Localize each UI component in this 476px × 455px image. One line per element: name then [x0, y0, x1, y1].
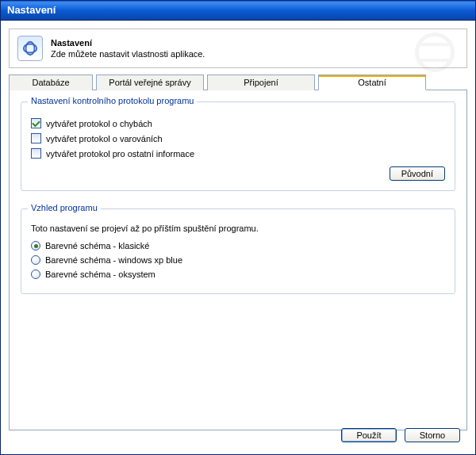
radio-oksystem[interactable]: Barevné schéma - oksystem — [31, 270, 445, 279]
window-content: Nastavení Zde můžete nastavit vlastnosti… — [0, 21, 476, 455]
group-look-legend: Vzhled programu — [28, 203, 101, 212]
tab-other[interactable]: Ostatní — [318, 75, 426, 90]
header-panel: Nastavení Zde můžete nastavit vlastnosti… — [9, 29, 467, 68]
tab-strip: Databáze Portál veřejné správy Připojení… — [9, 75, 467, 90]
tab-connection[interactable]: Připojení — [207, 75, 315, 90]
cancel-button[interactable]: Storno — [405, 428, 460, 442]
look-note: Toto nastavení se projeví až po příštím … — [31, 224, 445, 233]
tab-panel-other: Nastavení kontrolního protokolu programu… — [9, 90, 467, 430]
tab-portal[interactable]: Portál veřejné správy — [96, 75, 204, 90]
radio-icon — [31, 255, 40, 265]
default-button[interactable]: Původní — [390, 166, 445, 181]
checkbox-info[interactable]: vytvářet protokol pro ostatní informace — [31, 148, 445, 159]
apply-button[interactable]: Použít — [341, 428, 397, 442]
checkbox-label: vytvářet protokol pro ostatní informace — [46, 149, 194, 159]
window-titlebar: Nastavení — [0, 0, 476, 21]
header-title: Nastavení — [51, 38, 205, 48]
radio-icon — [31, 241, 40, 250]
checkbox-warnings[interactable]: vytvářet protokol o varováních — [31, 133, 445, 143]
checkbox-errors[interactable]: vytvářet protokol o chybách — [31, 118, 445, 128]
checkbox-icon — [31, 118, 41, 128]
radio-label: Barevné schéma - oksystem — [45, 270, 155, 279]
tab-database[interactable]: Databáze — [9, 75, 93, 90]
checkbox-icon — [31, 133, 41, 143]
group-look: Vzhled programu Toto nastavení se projev… — [21, 208, 455, 294]
radio-label: Barevné schéma - windows xp blue — [45, 255, 182, 265]
checkbox-icon — [31, 148, 41, 159]
radio-classic[interactable]: Barevné schéma - klasické — [31, 241, 445, 250]
radio-icon — [31, 270, 40, 279]
checkbox-label: vytvářet protokol o chybách — [46, 119, 152, 128]
group-protocol-legend: Nastavení kontrolního protokolu programu — [28, 96, 197, 105]
radio-label: Barevné schéma - klasické — [45, 241, 149, 250]
header-subtitle: Zde můžete nastavit vlastnosti aplikace. — [51, 49, 205, 59]
footer-buttons: Použít Storno — [341, 428, 460, 442]
group-protocol: Nastavení kontrolního protokolu programu… — [21, 101, 455, 191]
checkbox-label: vytvářet protokol o varováních — [46, 134, 163, 143]
radio-xpblue[interactable]: Barevné schéma - windows xp blue — [31, 255, 445, 265]
header-text: Nastavení Zde můžete nastavit vlastnosti… — [51, 38, 205, 59]
window-title: Nastavení — [7, 4, 56, 16]
settings-icon — [17, 36, 43, 61]
